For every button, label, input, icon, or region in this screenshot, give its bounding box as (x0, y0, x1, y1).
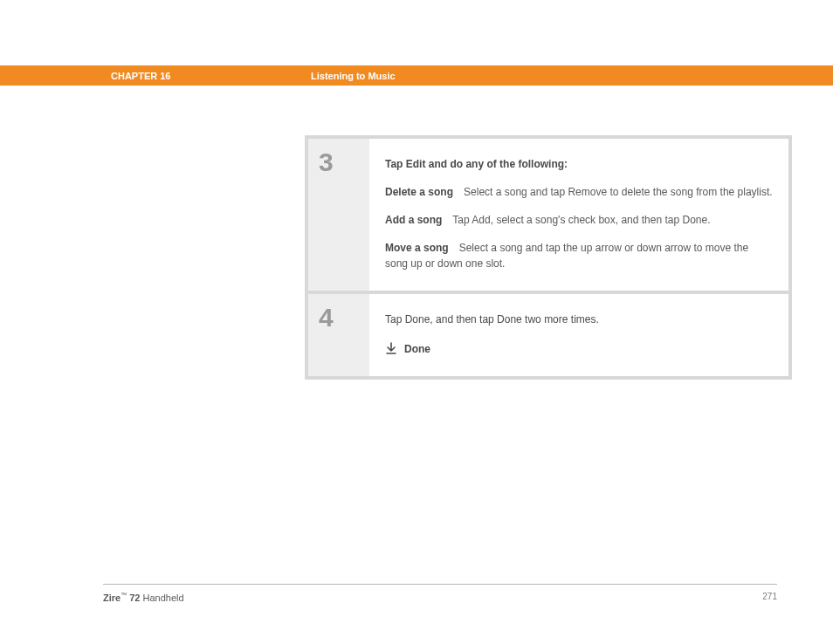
step-item-text: Select a song and tap Remove to delete t… (464, 186, 773, 198)
page-number: 271 (762, 592, 777, 601)
step-number-cell: 3 (308, 139, 369, 291)
step-item-text: Tap Add, select a song's check box, and … (452, 214, 710, 226)
step-item-title: Add a song (385, 214, 442, 226)
step-number: 3 (319, 149, 369, 175)
step-item: Delete a songSelect a song and tap Remov… (385, 184, 773, 200)
footer-product-name: Zire (103, 593, 120, 603)
step-intro: Tap Edit and do any of the following: (385, 156, 773, 172)
done-arrow-icon (385, 342, 397, 356)
step-number: 4 (319, 305, 369, 331)
chapter-label: CHAPTER 16 (111, 71, 170, 81)
steps-container: 3 Tap Edit and do any of the following: … (305, 135, 792, 380)
step-item-title: Delete a song (385, 186, 453, 198)
chapter-header-bar: CHAPTER 16 Listening to Music (0, 65, 833, 86)
step-item: Move a songSelect a song and tap the up … (385, 240, 773, 271)
step-item-title: Move a song (385, 242, 449, 254)
step-row: 3 Tap Edit and do any of the following: … (308, 139, 788, 291)
step-item: Add a songTap Add, select a song's check… (385, 212, 773, 228)
step-number-cell: 4 (308, 294, 369, 376)
footer-product-num: 72 (127, 593, 142, 603)
step-row: 4 Tap Done, and then tap Done two more t… (308, 294, 788, 376)
footer-divider (103, 584, 777, 585)
footer-product: Zire™ 72 Handheld (103, 592, 184, 603)
footer-product-rest: Handheld (143, 593, 184, 603)
done-label: Done (404, 341, 430, 357)
done-indicator: Done (385, 341, 773, 357)
step-content: Tap Edit and do any of the following: De… (369, 139, 788, 291)
breadcrumb-label: Listening to Music (311, 71, 396, 81)
step-content: Tap Done, and then tap Done two more tim… (369, 294, 788, 376)
step-text: Tap Done, and then tap Done two more tim… (385, 312, 773, 327)
